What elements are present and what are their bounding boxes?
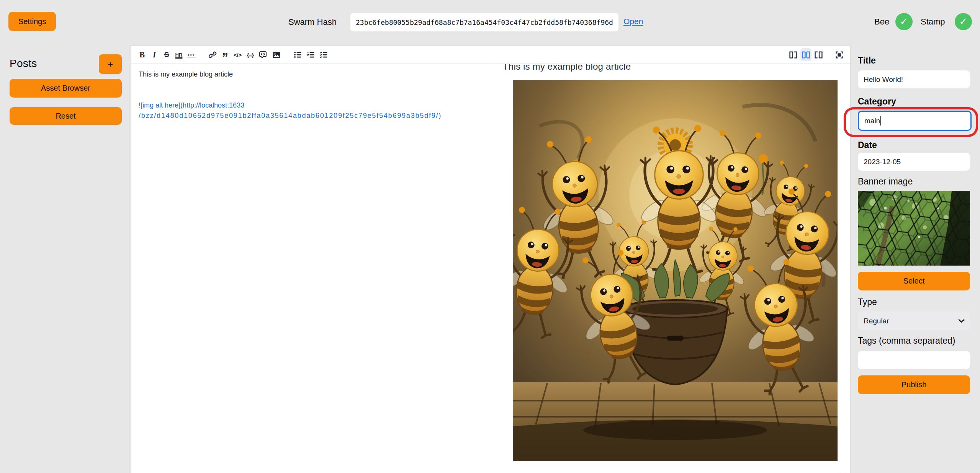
preview-heading: This is my example blog article — [503, 64, 850, 72]
preview-pane: This is my example blog article — [492, 64, 850, 473]
toolbar-separator — [287, 50, 287, 60]
posts-heading: Posts — [10, 57, 37, 70]
code-button[interactable]: </> — [232, 48, 244, 61]
date-input[interactable] — [858, 153, 970, 171]
category-label: Category — [858, 96, 896, 107]
add-post-button[interactable]: + — [99, 54, 122, 74]
markdown-source-editor[interactable]: This is my example blog article ![img al… — [131, 64, 492, 473]
task-list-icon — [319, 51, 328, 59]
strikethrough-button[interactable]: S — [161, 48, 172, 61]
link-button[interactable] — [207, 48, 218, 61]
editor-line: This is my example blog article — [139, 69, 484, 80]
editor-line — [139, 80, 484, 90]
bold-button[interactable]: B — [137, 48, 147, 61]
type-selected-value: Regular — [864, 317, 958, 325]
type-select[interactable]: Regular — [858, 312, 970, 330]
editor-toolbar: B I S HR TITL ” </> {≡} — [131, 46, 850, 64]
text-caret — [880, 116, 881, 126]
heading-button[interactable]: TITL — [186, 48, 197, 61]
editor-panes: This is my example blog article ![img al… — [131, 64, 850, 473]
select-banner-button[interactable]: Select — [858, 272, 970, 290]
heading-icon: TITL — [187, 53, 196, 57]
banner-image-label: Banner image — [858, 176, 913, 187]
title-input[interactable] — [858, 70, 970, 88]
bullet-list-icon — [293, 51, 302, 59]
ordered-list-button[interactable] — [305, 48, 316, 61]
bee-status-label: Bee — [874, 17, 889, 27]
fullscreen-button[interactable] — [834, 48, 845, 61]
bullet-list-button[interactable] — [292, 48, 303, 61]
banner-image-thumbnail — [858, 191, 970, 266]
preview-only-view-button[interactable] — [813, 48, 824, 61]
category-input[interactable]: main — [858, 111, 972, 131]
editor-line-markdown-image-link: ![img alt here](http://localhost:1633 — [139, 100, 484, 111]
open-link[interactable]: Open — [623, 17, 643, 26]
toolbar-separator — [202, 50, 202, 60]
stamp-status-label: Stamp — [921, 17, 945, 27]
bold-icon: B — [139, 50, 145, 60]
asset-browser-button[interactable]: Asset Browser — [10, 79, 122, 98]
horizontal-rule-button[interactable]: HR — [173, 48, 184, 61]
quote-icon: ” — [222, 55, 228, 59]
category-value: main — [864, 117, 880, 125]
preview-view-icon — [815, 51, 823, 59]
image-button[interactable] — [270, 48, 282, 61]
split-view-icon — [802, 51, 810, 59]
italic-button[interactable]: I — [149, 48, 160, 61]
ordered-list-icon — [306, 51, 315, 59]
more-content-indicator: ... — [838, 469, 846, 473]
date-label: Date — [858, 140, 877, 150]
embed-button[interactable] — [257, 48, 269, 61]
tags-input[interactable] — [858, 351, 970, 369]
editor-line — [139, 90, 484, 100]
type-label: Type — [858, 297, 877, 307]
blog-editor-app: Settings Swarm Hash Open Bee ✓ Stamp ✓ P… — [0, 0, 980, 473]
chevron-down-icon — [958, 319, 965, 323]
settings-button[interactable]: Settings — [8, 12, 56, 31]
quote-button[interactable]: ” — [220, 48, 231, 61]
editor-only-view-button[interactable] — [788, 48, 799, 61]
link-icon — [208, 51, 217, 59]
image-icon — [272, 51, 281, 59]
strikethrough-icon: S — [164, 51, 169, 59]
horizontal-rule-icon: HR — [175, 52, 183, 58]
toolbar-separator — [829, 50, 829, 60]
markdown-editor-widget: B I S HR TITL ” </> {≡} — [131, 46, 851, 473]
fullscreen-icon — [835, 51, 843, 59]
split-view-button[interactable] — [800, 48, 811, 61]
bee-check-icon: ✓ — [895, 13, 913, 30]
task-list-button[interactable] — [318, 48, 329, 61]
publish-button[interactable]: Publish — [858, 375, 970, 394]
code-block-button[interactable]: {≡} — [245, 48, 255, 61]
code-block-icon: {≡} — [247, 52, 254, 58]
italic-icon: I — [153, 50, 156, 60]
reset-button[interactable]: Reset — [10, 107, 122, 125]
code-icon: </> — [234, 52, 242, 58]
preview-image: .limb{stroke:#4d3415;stroke-width:7;fill… — [513, 80, 838, 461]
tags-label: Tags (comma separated) — [858, 336, 955, 346]
editor-line-markdown-image-link: /bzz/d1480d10652d975e091b2ffa0a35614abda… — [139, 111, 484, 121]
title-label: Title — [858, 55, 876, 66]
swarm-hash-label: Swarm Hash — [288, 17, 337, 27]
swarm-hash-input[interactable] — [350, 13, 618, 31]
stamp-check-icon: ✓ — [955, 13, 972, 30]
code-bubble-icon — [258, 51, 267, 59]
editor-view-icon — [789, 51, 797, 59]
